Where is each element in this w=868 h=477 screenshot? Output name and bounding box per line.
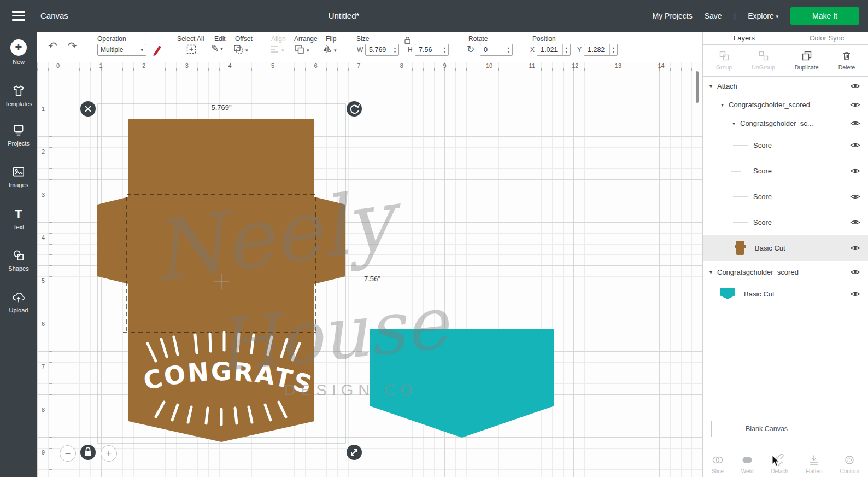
ungroup-button[interactable]: UnGroup	[752, 50, 775, 71]
undo-button[interactable]: ↶	[48, 40, 57, 51]
contour-button[interactable]: Contour	[840, 454, 859, 474]
layer-row-score-3[interactable]: Score	[703, 184, 868, 210]
height-stepper[interactable]: ▲▼	[441, 44, 448, 55]
offset-label: Offset	[235, 35, 253, 43]
slice-button[interactable]: Slice	[712, 454, 724, 474]
group-button[interactable]: Group	[716, 50, 732, 71]
rotate-input[interactable]: 0 ▲▼	[480, 44, 513, 56]
explore-menu[interactable]: Explore ▾	[748, 11, 778, 20]
color-pen-icon[interactable]	[151, 44, 163, 58]
menu-icon[interactable]	[12, 11, 25, 21]
zoom-in-button[interactable]: +	[101, 445, 117, 462]
blank-canvas-row: Blank Canvas	[711, 421, 788, 437]
y-stepper[interactable]: ▲▼	[609, 44, 617, 55]
sidebar-item-projects[interactable]: Projects	[0, 123, 37, 147]
tab-layers[interactable]: Layers	[703, 32, 785, 44]
x-stepper[interactable]: ▲▼	[562, 44, 570, 55]
my-projects-link[interactable]: My Projects	[653, 11, 693, 20]
eye-icon[interactable]	[850, 269, 860, 276]
layer-label: Attach	[717, 82, 737, 90]
sidebar-item-text[interactable]: T Text	[0, 207, 37, 230]
position-y-input[interactable]: 1.282 ▲▼	[584, 44, 618, 56]
select-all-icon[interactable]	[186, 44, 197, 57]
design-canvas[interactable]: 01234567891011121314 123456789	[37, 62, 702, 477]
make-it-button[interactable]: Make It	[790, 7, 859, 25]
caret-down-icon[interactable]: ▾	[721, 102, 729, 108]
blank-canvas-swatch[interactable]	[711, 421, 736, 437]
boolean-toolbar: Slice Weld Detach Flatten Contour	[703, 449, 868, 477]
save-link[interactable]: Save	[705, 11, 722, 20]
eye-icon[interactable]	[850, 101, 860, 108]
tab-color-sync[interactable]: Color Sync	[785, 32, 868, 44]
duplicate-button[interactable]: Duplicate	[795, 50, 819, 71]
layer-row-basic-cut-brown[interactable]: Basic Cut	[703, 235, 868, 261]
lock-handle[interactable]	[80, 445, 96, 460]
arrange-menu-button[interactable]: ▾	[294, 44, 309, 57]
panel-tabs: Layers Color Sync	[703, 32, 868, 45]
operation-select[interactable]: Multiple ▾	[97, 44, 146, 56]
sidebar-item-upload[interactable]: Upload	[0, 290, 37, 313]
align-menu-button[interactable]: ▾	[269, 44, 284, 57]
caret-down-icon[interactable]: ▾	[709, 83, 717, 89]
zoom-out-button[interactable]: −	[60, 445, 76, 462]
delete-button[interactable]: Delete	[838, 50, 855, 71]
layer-label: Score	[753, 193, 772, 201]
resize-handle[interactable]	[347, 445, 362, 460]
layers-panel: Layers Color Sync Group UnGroup Duplicat…	[702, 32, 868, 477]
eye-icon[interactable]	[850, 290, 860, 298]
layer-row-score-1[interactable]: Score	[703, 132, 868, 158]
eye-icon[interactable]	[850, 193, 860, 200]
layer-row-score-2[interactable]: Score	[703, 158, 868, 184]
eye-icon[interactable]	[850, 142, 860, 149]
sidebar-item-images[interactable]: Images	[0, 165, 37, 188]
layer-row-attach[interactable]: ▾ Attach	[703, 77, 868, 95]
flatten-button[interactable]: Flatten	[806, 454, 823, 474]
eye-icon[interactable]	[850, 219, 860, 226]
sidebar-item-new[interactable]: + New	[0, 39, 37, 65]
score-thumbnail	[731, 163, 748, 179]
flip-menu-button[interactable]: ▾	[321, 44, 337, 57]
layer-label: Congratsgcholder_sc...	[740, 119, 813, 127]
height-input[interactable]: 7.56 ▲▼	[415, 44, 449, 56]
layer-row-group1[interactable]: ▾ Congratsgcholder_scored	[703, 95, 868, 114]
width-value: 5.769	[366, 44, 391, 55]
layer-actions: Group UnGroup Duplicate Delete	[703, 45, 868, 77]
lock-aspect-icon[interactable]	[404, 36, 411, 46]
remove-handle[interactable]	[80, 101, 96, 117]
detach-button[interactable]: Detach	[771, 454, 788, 474]
duplicate-icon	[801, 50, 812, 62]
eye-icon[interactable]	[850, 120, 860, 127]
layer-row-basic-cut-teal[interactable]: Basic Cut	[703, 283, 868, 305]
edit-menu-button[interactable]: ✎▾	[211, 44, 223, 53]
layer-label: Score	[753, 218, 772, 226]
weld-button[interactable]: Weld	[741, 454, 754, 474]
align-icon	[269, 44, 280, 57]
ungroup-label: UnGroup	[752, 64, 775, 71]
rotate-icon[interactable]: ↻	[467, 45, 474, 54]
layer-row-subgroup[interactable]: ▾ Congratsgcholder_sc...	[703, 114, 868, 132]
redo-button[interactable]: ↷	[68, 40, 77, 51]
caret-down-icon[interactable]: ▾	[732, 120, 740, 126]
sidebar-item-shapes[interactable]: Shapes	[0, 248, 37, 272]
rotate-handle[interactable]	[347, 101, 362, 117]
width-input[interactable]: 5.769 ▲▼	[365, 44, 399, 56]
width-stepper[interactable]: ▲▼	[391, 44, 398, 55]
rotate-stepper[interactable]: ▲▼	[505, 44, 512, 55]
selection-height-label: 7.56"	[364, 275, 380, 283]
layer-row-score-4[interactable]: Score	[703, 210, 868, 235]
ungroup-icon	[758, 50, 769, 62]
eye-icon[interactable]	[850, 83, 860, 90]
document-title[interactable]: Untitled*	[303, 11, 385, 20]
eye-icon[interactable]	[850, 245, 860, 252]
sidebar-item-templates[interactable]: Templates	[0, 84, 37, 107]
pocket-shape[interactable]	[370, 329, 554, 438]
rotate-value: 0	[480, 44, 505, 55]
layer-label: Score	[753, 167, 772, 175]
caret-down-icon[interactable]: ▾	[709, 269, 717, 275]
layer-row-group2[interactable]: ▾ Congratsgcholder_scored	[703, 261, 868, 283]
position-x-input[interactable]: 1.021 ▲▼	[537, 44, 571, 56]
canvas-scrollbar[interactable]	[696, 71, 699, 103]
eye-icon[interactable]	[850, 167, 860, 174]
offset-menu-button[interactable]: ▾	[233, 44, 248, 57]
top-bar: Canvas Untitled* My Projects Save | Expl…	[0, 0, 868, 32]
